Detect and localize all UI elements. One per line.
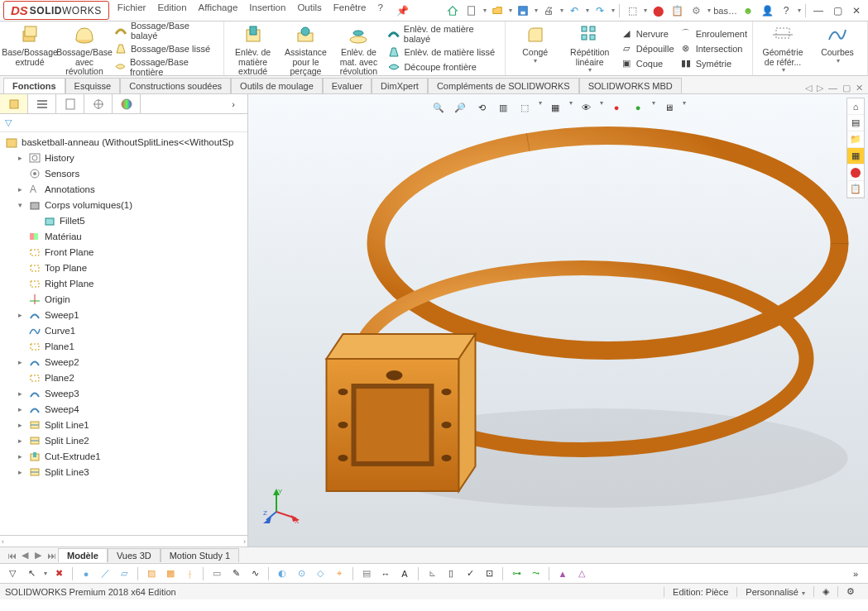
tree-item-sweep2[interactable]: ▸Sweep2: [0, 354, 247, 370]
rib-button[interactable]: ◢Nervure: [620, 26, 674, 41]
tree-item-split-line1[interactable]: ▸Split Line1: [0, 417, 247, 432]
tree-item-plane1[interactable]: Plane1: [0, 338, 247, 354]
section-view-icon[interactable]: ▥: [495, 99, 511, 116]
loft-boss-button[interactable]: Bossage/Base lissé: [114, 41, 218, 56]
tree-item-right-plane[interactable]: Right Plane: [0, 275, 247, 291]
tab-dimxpert[interactable]: DimXpert: [372, 78, 428, 93]
hole-wizard-button[interactable]: Assistance pour le perçage▾: [282, 23, 330, 74]
doc-close-icon[interactable]: ✕: [856, 83, 863, 93]
cursor-icon[interactable]: ↖: [24, 566, 39, 581]
extrude-boss-button[interactable]: Base/Bossage extrudé: [5, 23, 55, 74]
sketch-seg-filter-icon[interactable]: ∿: [247, 566, 262, 581]
loft-cut-button[interactable]: Enlèv. de matière lissé: [387, 45, 499, 60]
doc-max-icon[interactable]: ▢: [842, 83, 851, 93]
zoom-fit-icon[interactable]: 🔍: [430, 99, 447, 116]
tab-moulage[interactable]: Outils de moulage: [231, 78, 323, 93]
doc-prev-icon[interactable]: ◁: [805, 83, 812, 93]
rec-icon[interactable]: ⬤: [650, 2, 666, 19]
draft-button[interactable]: ▱Dépouille: [620, 41, 674, 56]
save-icon[interactable]: [515, 2, 531, 19]
user-icon[interactable]: 👤: [759, 2, 775, 19]
sfinish-filter-icon[interactable]: ✓: [463, 566, 477, 581]
lib-pane-icon[interactable]: ▤: [847, 115, 864, 131]
tree-item-corps-volumiques-1-[interactable]: ▾Corps volumiques(1): [0, 197, 247, 212]
tree-item-mat-riau-non-sp-cifi-[interactable]: Matériau: [0, 228, 247, 244]
appearance-icon[interactable]: ●: [608, 99, 625, 116]
view-palette-icon[interactable]: ▦: [847, 148, 864, 165]
tree-item-curve1[interactable]: Curve1: [0, 322, 247, 338]
intersect-button[interactable]: ⊗Intersection: [679, 41, 747, 56]
feature-tree-tab[interactable]: [0, 94, 28, 113]
status-custom[interactable]: Personnalisé ▾: [736, 587, 813, 597]
tree-scrollbar[interactable]: ‹›: [0, 535, 247, 547]
sweep-boss-button[interactable]: Bossage/Base balayé: [114, 20, 218, 41]
property-tab[interactable]: [28, 94, 56, 113]
curves-button[interactable]: Courbes▾: [813, 23, 862, 74]
surface-body-filter-icon[interactable]: ▨: [144, 566, 159, 581]
dwg-filter-icon[interactable]: ▤: [359, 566, 374, 581]
tab-next-icon[interactable]: ▶: [31, 550, 45, 561]
tree-item-split-line2[interactable]: ▸Split Line2: [0, 432, 247, 448]
selection-filter-icon[interactable]: ▽: [5, 566, 20, 581]
menu-help[interactable]: ?: [377, 2, 382, 19]
btab-motion[interactable]: Motion Study 1: [161, 548, 239, 562]
config-tab[interactable]: [56, 94, 84, 113]
gtol-filter-icon[interactable]: ⊡: [482, 566, 496, 581]
tree-item-sweep3[interactable]: ▸Sweep3: [0, 385, 247, 401]
scene-icon[interactable]: ●: [630, 99, 646, 116]
tree-item-cut-extrude1[interactable]: ▸Cut-Extrude1: [0, 448, 247, 464]
btab-vues3d[interactable]: Vues 3D: [108, 548, 161, 562]
orientation-triad[interactable]: Y X Z: [263, 487, 300, 523]
settings-icon[interactable]: ⚙: [688, 2, 704, 19]
solid-body-filter-icon[interactable]: ▩: [163, 566, 178, 581]
linear-pattern-button[interactable]: Répétition linéaire▾: [565, 23, 615, 74]
face-filter-icon[interactable]: ▱: [117, 566, 132, 581]
doc-next-icon[interactable]: ▷: [817, 83, 823, 93]
display-style-icon[interactable]: ▦: [547, 99, 563, 116]
options-icon[interactable]: 📋: [669, 2, 685, 19]
axis-filter-icon[interactable]: ⟊: [182, 566, 197, 581]
plane-filter-icon[interactable]: ▭: [209, 566, 224, 581]
doc-min-icon[interactable]: —: [828, 83, 837, 93]
tab-prev-icon[interactable]: ◀: [18, 550, 31, 561]
tree-item-split-line3[interactable]: ▸Split Line3: [0, 464, 247, 480]
tree-item-plane2[interactable]: Plane2: [0, 370, 247, 385]
shell-button[interactable]: ▣Coque: [620, 56, 674, 71]
mesh-elem-filter-icon[interactable]: △: [574, 566, 589, 581]
boundary-boss-button[interactable]: Bossage/Base frontière: [114, 56, 218, 78]
tree-item-front-plane[interactable]: Front Plane: [0, 244, 247, 260]
revolve-cut-button[interactable]: Enlèv. de mat. avec révolution: [334, 23, 382, 74]
tree-item-sensors[interactable]: Sensors: [0, 165, 247, 181]
tree-item-history[interactable]: ▸History: [0, 150, 247, 165]
tree-item-fillet5[interactable]: Fillet5: [0, 212, 247, 228]
ref-geometry-button[interactable]: Géométrie de référ...▾: [758, 23, 808, 74]
tab-mbd[interactable]: SOLIDWORKS MBD: [579, 78, 682, 93]
btab-modele[interactable]: Modèle: [58, 548, 108, 562]
dimxpert-tab[interactable]: [84, 94, 113, 113]
conn-filter-icon[interactable]: ⊶: [509, 566, 524, 581]
tree-item-sweep4[interactable]: ▸Sweep4: [0, 401, 247, 417]
menu-fichier[interactable]: Fichier: [117, 2, 146, 19]
tab-first-icon[interactable]: ⏮: [5, 551, 18, 561]
select-icon[interactable]: ⬚: [624, 2, 640, 19]
tree-item-top-plane[interactable]: Top Plane: [0, 260, 247, 275]
panel-expand-icon[interactable]: ›: [219, 94, 247, 113]
close-icon[interactable]: ✕: [848, 2, 865, 19]
zoom-area-icon[interactable]: 🔎: [452, 99, 468, 116]
tab-esquisse[interactable]: Esquisse: [65, 78, 121, 93]
tab-constructions[interactable]: Constructions soudées: [120, 78, 231, 93]
dim-filter-icon[interactable]: ↔: [378, 566, 393, 581]
home-pane-icon[interactable]: ⌂: [847, 98, 864, 115]
quad-filter-icon[interactable]: ◇: [313, 566, 328, 581]
dtm-filter-icon[interactable]: ▯: [444, 566, 458, 581]
tab-fonctions[interactable]: Fonctions: [3, 78, 65, 93]
pin-icon[interactable]: 📌: [395, 2, 411, 19]
note-filter-icon[interactable]: A: [397, 566, 412, 581]
weld-filter-icon[interactable]: ⊾: [424, 566, 439, 581]
home-icon[interactable]: [444, 2, 461, 19]
emoji-icon[interactable]: ☻: [740, 2, 756, 19]
props-pane-icon[interactable]: 📋: [847, 181, 864, 198]
sweep-cut-button[interactable]: Enlèv. de matière balayé: [387, 23, 499, 45]
fillet-button[interactable]: Congé▾: [511, 23, 560, 74]
vertex-filter-icon[interactable]: ●: [79, 566, 94, 581]
